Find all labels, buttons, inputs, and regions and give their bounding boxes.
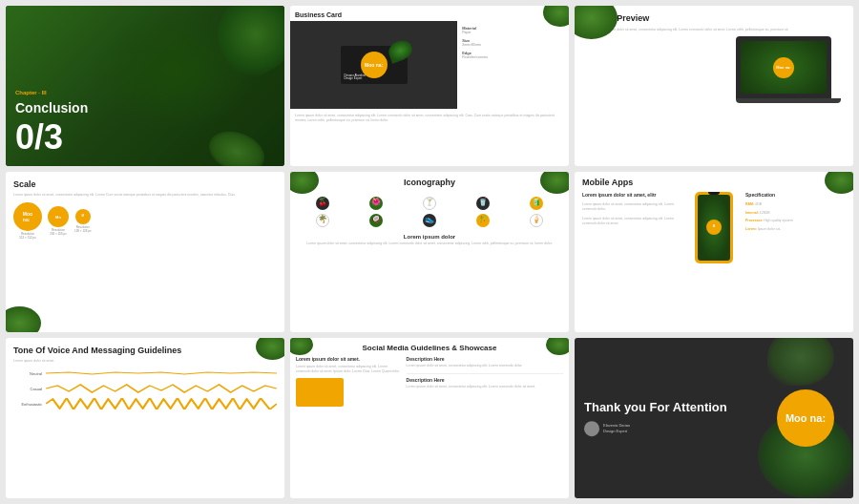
card-leaf: [386, 38, 414, 64]
slide-8-right: Description Here Lorem ipsum dolor sit a…: [407, 356, 563, 407]
mobile-lorem-title: Lorem ipsum dolor sit amet, elitr: [582, 192, 682, 200]
logo-large: Moona: Resolution512 × 512 px: [13, 202, 42, 241]
presenter-title: Design Expert: [603, 429, 630, 433]
avatar-circle: [584, 421, 599, 436]
presenter-info: Elavenia Darian Design Expert: [584, 421, 727, 436]
icons-grid: 🍒 🌺 🍸 🥤 🧃 🌴 🥥 👟 🎋 🍦: [290, 193, 569, 231]
icon-item: 🍦: [512, 214, 561, 227]
icon-flower: 🌺: [369, 197, 383, 210]
tone-enthusiastic: Enthusiastic: [13, 398, 277, 410]
scale-lorem: Lorem ipsum dolor sit amet, consectetur …: [13, 193, 277, 198]
social-media-title: Social Media Guidelines & Showcase: [290, 338, 569, 356]
spec-ram: RAM: 4GB: [745, 200, 846, 207]
slide-business-card: Business Card Moo na: Devano Alandino De…: [290, 6, 569, 166]
laptop-logo: Moo na:: [773, 57, 794, 78]
icon-item: 🌺: [351, 197, 401, 210]
slide-thank-you: Thank you For Attention Elavenia Darian …: [575, 338, 853, 498]
web-preview-title: Web Preview: [597, 13, 846, 25]
icon-ice: 🧃: [530, 197, 543, 210]
laptop-area: Moo na:: [582, 36, 846, 103]
thank-you-logo: Moo na:: [777, 389, 834, 447]
icon-drink: 🍸: [423, 197, 436, 210]
logos-row: Moona: Resolution512 × 512 px Mn Resolut…: [13, 202, 277, 241]
slide-2-header: Business Card: [290, 6, 569, 21]
logo-label-lg: Resolution512 × 512 px: [19, 233, 35, 241]
tone-title: Tone Of Voice And Messaging Guidelines: [13, 346, 277, 357]
icon-item: 🌴: [298, 214, 347, 227]
slide-8-left: Lorem ipsum dolor sit amet. Lorem ipsum …: [296, 356, 401, 407]
spec-value-internal: 128GB: [760, 211, 770, 215]
laptop-logo-text: Moo na:: [776, 65, 790, 70]
tone-label-neutral: Neutral: [13, 371, 42, 376]
edge-row: Edge Rounded corners: [462, 51, 564, 60]
iconography-title: Iconography: [290, 172, 569, 193]
big-logo-circle: Moo na:: [777, 389, 834, 447]
leaf-tr: [256, 338, 284, 362]
card-person-info: Devano Alandino Design Expert: [345, 74, 367, 82]
desc-block-2: Description Here Lorem ipsum dolor sit a…: [407, 377, 563, 389]
tone-wave-neutral: [46, 368, 277, 379]
tone-wave-casual: [46, 383, 277, 394]
orange-placeholder-box: [296, 378, 344, 407]
thank-you-title: Thank you For Attention: [584, 400, 727, 415]
logo-circle-lg: Moona:: [13, 202, 42, 231]
scale-title: Scale: [13, 179, 277, 191]
spec-lorem: Lorem: Ipsum dolor sit...: [745, 225, 846, 232]
slide-tone-of-voice: Tone Of Voice And Messaging Guidelines L…: [6, 338, 284, 498]
phone-logo: M: [706, 220, 722, 235]
size-value: 2mm×85mm: [462, 43, 564, 48]
phone-screen: M: [698, 195, 730, 261]
tone-lorem: Lorem ipsum dolor sit amet.: [13, 359, 277, 364]
mobile-apps-title: Mobile Apps: [575, 172, 853, 192]
spec-value-lorem: Ipsum dolor sit...: [758, 227, 783, 231]
mobile-lorem-3: Lorem ipsum dolor sit amet, consectetur …: [582, 217, 682, 227]
tone-casual: Casual: [13, 383, 277, 394]
icon-item: 🍒: [298, 197, 347, 210]
icon-item: 🥤: [458, 197, 508, 210]
icon-item: 🧃: [512, 197, 561, 210]
icon-bamboo: 🎋: [476, 214, 490, 227]
tone-label-casual: Casual: [13, 387, 42, 391]
icon-item: 🎋: [458, 214, 508, 227]
bg-leaf-tr: [767, 338, 834, 386]
tone-label-enthusiastic: Enthusiastic: [13, 402, 42, 407]
desc-title-1: Description Here: [407, 356, 563, 363]
slide-title: Conclusion: [15, 99, 88, 116]
icon-item: 🍸: [405, 197, 454, 210]
leaf-bl: [6, 304, 44, 332]
slide-4-content: Scale Lorem ipsum dolor sit amet, consec…: [6, 172, 284, 248]
thank-you-content: Thank you For Attention Elavenia Darian …: [584, 400, 727, 436]
icon-cup: 🥤: [476, 197, 490, 210]
desc-divider: [407, 373, 563, 374]
slide-6-content: Lorem ipsum dolor sit amet, elitr Lorem …: [575, 192, 853, 263]
screen-inner: Moo na:: [741, 41, 827, 94]
desc-body-1: Lorem ipsum dolor sit amet, consectetur …: [407, 364, 563, 368]
presenter-name-title: Elavenia Darian Design Expert: [603, 424, 630, 433]
size-row: Size 2mm×85mm: [462, 38, 564, 48]
logo-circle-md: Mn: [48, 206, 69, 227]
spec-label-ram: RAM:: [745, 202, 755, 206]
laptop-base: [736, 98, 841, 103]
icon-item: 👟: [405, 214, 454, 227]
leaf-tl: [290, 338, 314, 357]
logo-label-md: Resolution256 × 256 px: [50, 229, 66, 237]
spec-label-lorem: Lorem:: [745, 227, 758, 231]
slide-social-media: Social Media Guidelines & Showcase Lorem…: [290, 338, 569, 498]
tone-neutral: Neutral: [13, 368, 277, 379]
mobile-lorem-2: Lorem ipsum dolor sit amet, consectetur …: [582, 202, 682, 213]
slide-iconography: Iconography 🍒 🌺 🍸 🥤 🧃 🌴 🥥 👟 🎋 🍦 Lorem ip…: [290, 172, 569, 332]
leaf-tl: [290, 172, 319, 196]
slide-6-text: Lorem ipsum dolor sit amet, elitr Lorem …: [582, 192, 682, 263]
slide-scale: Scale Lorem ipsum dolor sit amet, consec…: [6, 172, 284, 332]
leaf-tr: [540, 172, 569, 196]
slide-8-content: Lorem ipsum dolor sit amet. Lorem ipsum …: [290, 356, 569, 407]
card-area: Moo na: Devano Alandino Design Expert: [290, 21, 457, 109]
icon-item: 🥥: [351, 214, 401, 227]
web-preview-lorem: Lorem ipsum dolor sit amet, consectetur …: [597, 28, 846, 32]
social-lorem-body: Lorem ipsum dolor sit amet, consectetur …: [296, 365, 401, 375]
social-lorem-title: Lorem ipsum dolor sit amet.: [296, 356, 401, 363]
slide-mobile-apps: Mobile Apps Lorem ipsum dolor sit amet, …: [575, 172, 853, 332]
business-card: Moo na: Devano Alandino Design Expert: [341, 46, 408, 84]
icon-sandal: 👟: [423, 214, 436, 227]
leaf-tl: [575, 6, 622, 44]
